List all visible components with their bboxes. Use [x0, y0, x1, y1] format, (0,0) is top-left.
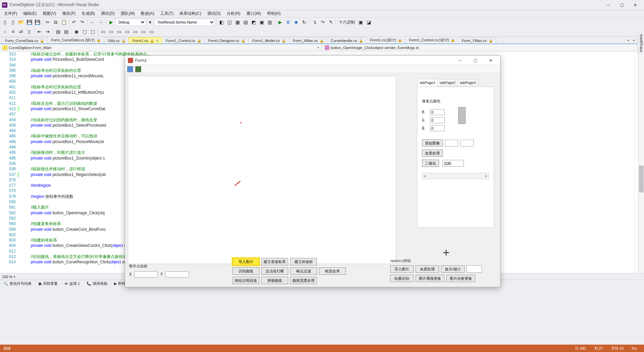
menu-item[interactable]: 数据(A) [138, 10, 157, 17]
stitch-curve-button[interactable]: 拼接曲线 [261, 277, 288, 284]
form1-max-button[interactable]: ▢ [469, 56, 482, 64]
menu-item[interactable]: 编辑(E) [20, 10, 39, 17]
step-into-icon[interactable]: ↴ [311, 18, 318, 26]
tb-icon[interactable]: ▭ [148, 28, 155, 35]
menu-item[interactable]: 测试(S) [205, 10, 223, 17]
tb-icon[interactable]: ⇄ [17, 28, 25, 35]
menu-item[interactable]: 团队(M) [118, 10, 138, 17]
doc-tab[interactable]: Form1.cs [设计]🔒 [366, 36, 406, 44]
doc-tab[interactable]: Form1.Designer.cs🔒 [205, 37, 249, 44]
r-input[interactable] [430, 109, 445, 115]
cv-contour-button[interactable]: 轮廓识别 [390, 275, 414, 282]
scrollbar-thumb[interactable] [639, 166, 644, 192]
copy-icon[interactable]: ⧉ [52, 18, 59, 26]
open-icon[interactable]: 📂 [17, 18, 25, 26]
break-intersection-button[interactable]: 交点处打断 [261, 267, 288, 275]
box-merge-button[interactable]: 框选合并 [319, 267, 346, 275]
tab-page3[interactable]: tabPage3 [458, 79, 478, 86]
form1-titlebar[interactable]: Form1 ─ ▢ ✕ [125, 56, 500, 65]
tool-tab[interactable]: ▣局部变量 [36, 280, 60, 287]
close-button[interactable]: ✕ [629, 1, 642, 9]
scroll-left-icon[interactable]: ◂ [625, 37, 631, 43]
tb-icon[interactable]: ◫ [226, 18, 233, 26]
tb-icon[interactable]: ▣ [357, 18, 364, 26]
menu-item[interactable]: 项目(P) [59, 10, 78, 17]
save-icon[interactable]: 💾 [25, 18, 33, 26]
menu-item[interactable]: 窗口(W) [244, 10, 264, 17]
tb-icon[interactable]: ▭ [131, 28, 139, 35]
binarize-button[interactable]: 二值化 [422, 160, 439, 167]
original-image-button[interactable]: 原始图像 [422, 139, 443, 147]
doc-tab[interactable]: Form1_Control.cs🔒 [162, 37, 205, 44]
x-input[interactable] [134, 271, 158, 277]
thinning-replay-button[interactable]: 细化过程回放 [232, 277, 259, 284]
tool-icon[interactable] [135, 66, 141, 72]
import-image-button[interactable]: 导入图片 [232, 258, 259, 265]
tab-page1[interactable]: tabPage1 [417, 79, 438, 86]
cut-icon[interactable]: ✂ [44, 18, 51, 26]
doc-tab[interactable]: Form_CurveData.cs [设计]🔒 [47, 36, 104, 44]
bookmark-icon[interactable]: ◉ [73, 28, 80, 35]
menu-item[interactable]: 调试(D) [98, 10, 117, 17]
doc-tab[interactable]: Form1_Control.cs [设计]🔒 [405, 36, 459, 44]
cv-perspective-button[interactable]: 图片透视变换 [416, 275, 444, 282]
zoom-dropdown-icon[interactable]: ▾ [14, 275, 15, 278]
debug-stop-icon[interactable]: ■ [292, 18, 300, 26]
menu-item[interactable]: 工具(T) [158, 10, 176, 17]
orig-input2[interactable] [460, 140, 474, 146]
cv-zoom-input[interactable] [467, 265, 482, 273]
tb-icon[interactable]: ▭ [123, 28, 131, 35]
curve-width-button[interactable]: 曲线宽度处理 [290, 277, 317, 284]
tb-icon[interactable]: ▦ [234, 18, 241, 26]
paste-icon[interactable]: 📋 [60, 18, 67, 26]
threshold-scrollbar[interactable]: < > [422, 173, 489, 179]
menu-item[interactable]: 生成(B) [79, 10, 98, 17]
outdent-icon[interactable]: ⇤ [36, 28, 43, 35]
doc-tab[interactable]: Form1_Model.cs🔒 [249, 37, 289, 44]
doc-tab[interactable]: Form_YMax.cs🔒 [458, 37, 496, 44]
tb-icon[interactable]: ◩ [250, 18, 257, 26]
menu-item[interactable]: 视图(V) [40, 10, 59, 17]
minimize-button[interactable]: ─ [602, 1, 615, 9]
cv-affine-button[interactable]: 图片仿射变换 [446, 275, 475, 282]
form1-close-button[interactable]: ✕ [484, 56, 497, 64]
cv-import-button[interactable]: 导入图片 [390, 265, 414, 273]
nav-member-combo[interactable]: button_OpenImage_Click(object sender, Ev… [322, 44, 644, 51]
gray-button[interactable]: 灰度处理 [422, 149, 443, 157]
tool-tab[interactable]: 🔍查找符号结果 [1, 280, 34, 287]
nav-fwd-icon[interactable]: → [97, 18, 104, 26]
close-icon[interactable]: ✕ [156, 39, 159, 43]
scroll-left-icon[interactable]: < [422, 174, 428, 178]
uncomment-icon[interactable]: ▤ [62, 28, 70, 35]
menu-item[interactable]: 帮助(H) [264, 10, 283, 17]
picture-box[interactable] [128, 76, 396, 264]
platform-icon[interactable]: ▾ [146, 18, 154, 26]
doc-tab[interactable]: Utils.cs🔒 [104, 37, 129, 44]
noise-filter-button[interactable]: 噪点过滤 [290, 267, 317, 275]
tb-icon[interactable]: ◪ [365, 18, 372, 26]
tool-icon[interactable] [127, 66, 133, 72]
cv-gray-button[interactable]: 灰度处理 [416, 265, 439, 273]
tb-icon[interactable]: ▢ [81, 28, 88, 35]
build-oblique-button[interactable]: 建立斜坐标 [290, 258, 317, 265]
debug-continue-icon[interactable]: ▶ [276, 18, 284, 26]
scroll-right-icon[interactable]: > [483, 174, 489, 178]
step-over-icon[interactable]: ↷ [319, 18, 326, 26]
b-input[interactable] [430, 125, 445, 131]
intellitrace-tab[interactable]: IntelliTrace [637, 32, 644, 54]
maximize-button[interactable]: ▢ [615, 1, 629, 9]
y-input[interactable] [165, 271, 189, 277]
recognize-curve-button[interactable]: 识别曲线 [232, 267, 259, 275]
doc-tab[interactable]: Form_XMax.cs🔒 [289, 37, 327, 44]
tb-icon[interactable]: ↕ [1, 28, 9, 35]
new-project-icon[interactable]: ▯ [1, 18, 9, 26]
tb-icon[interactable]: ▥ [266, 18, 273, 26]
tb-icon[interactable]: ≡ [9, 28, 17, 35]
menu-item[interactable]: 体系结构(C) [177, 10, 204, 17]
binarize-input[interactable] [442, 160, 464, 167]
tab-page2[interactable]: tabPage2 [437, 79, 458, 86]
menu-item[interactable]: 文件(F) [1, 10, 20, 17]
tb-icon[interactable]: ▭ [140, 28, 147, 35]
nav-back-icon[interactable]: ← [89, 18, 96, 26]
indent-icon[interactable]: ⇥ [44, 28, 51, 35]
